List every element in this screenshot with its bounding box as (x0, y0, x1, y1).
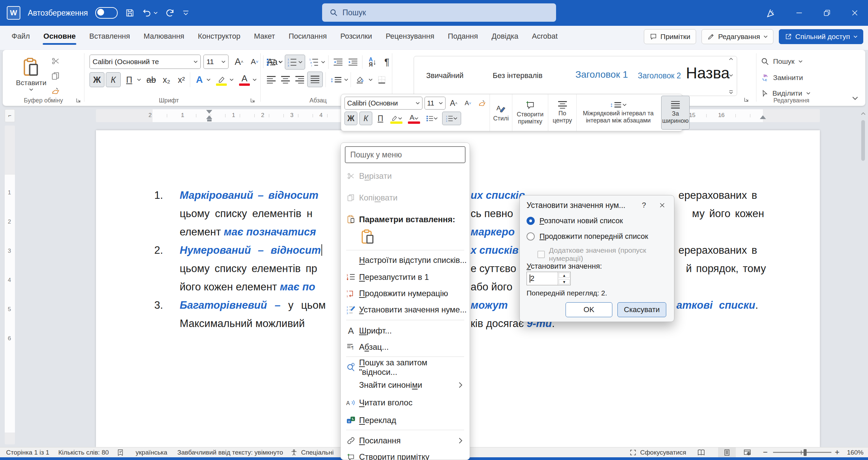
font-color-button[interactable]: A (237, 72, 252, 87)
autosave-toggle[interactable] (95, 7, 118, 19)
left-indent-marker[interactable] (207, 119, 212, 121)
menu-item-set-numbering-value[interactable]: 123 Установити значення нуме... (343, 302, 468, 318)
mini-shrink-font-button[interactable]: A˅ (462, 96, 474, 110)
show-formatting-marks-button[interactable]: ¶ (382, 55, 392, 69)
clipboard-dialog-launcher[interactable] (76, 98, 81, 103)
redo-button[interactable] (165, 8, 175, 18)
menu-item-adjust-list-indents[interactable]: Настроїти відступи списків... (343, 253, 468, 268)
menu-item-synonyms[interactable]: Знайти синоніми (343, 377, 468, 393)
style-heading1[interactable]: Заголовок 1 (575, 69, 628, 80)
line-spacing-button[interactable]: ↕ (328, 72, 343, 87)
mini-numbering-button[interactable]: 123 (442, 112, 461, 125)
vertical-ruler[interactable]: 1 2 3 4 5 6 (5, 126, 15, 444)
editing-mode-button[interactable]: Редагування (702, 29, 773, 44)
mini-styles-button[interactable]: A Стилі (490, 94, 512, 131)
spinner-up-button[interactable]: ▲ (559, 273, 570, 278)
mini-font-color-button[interactable]: A (406, 112, 422, 125)
hanging-indent-marker[interactable] (206, 115, 212, 119)
close-button[interactable] (850, 8, 860, 18)
mini-bold-button[interactable]: Ж (344, 112, 357, 125)
tab-mailings[interactable]: Розсилки (335, 28, 378, 44)
highlight-chevron[interactable] (229, 72, 235, 87)
focus-mode-icon[interactable] (629, 449, 637, 456)
mini-format-painter-button[interactable] (476, 96, 488, 110)
subscript-button[interactable]: x₂ (159, 72, 174, 87)
strikethrough-button[interactable]: ab (144, 72, 159, 87)
styles-scroll-up[interactable] (729, 58, 733, 60)
tab-review[interactable]: Рецензування (380, 28, 439, 44)
line-spacing-chevron[interactable] (343, 72, 349, 87)
text-effects-chevron[interactable] (205, 72, 212, 87)
menu-item-font[interactable]: A Шрифт... (343, 323, 468, 339)
superscript-button[interactable]: x² (174, 72, 189, 87)
search-box[interactable]: Пошук (322, 3, 556, 22)
radio-continue-previous-list[interactable]: Продовжити попередній список (527, 232, 648, 241)
mini-justify-button[interactable]: За шириною (660, 94, 691, 131)
copy-button[interactable] (49, 70, 62, 82)
proofing-icon[interactable] (117, 448, 124, 457)
menu-item-search-selection[interactable]: i Пошук за запитом "відноси... (343, 359, 468, 376)
tab-references[interactable]: Посилання (283, 28, 332, 44)
tab-acrobat[interactable]: Acrobat (527, 28, 563, 44)
predictive-typing-indicator[interactable]: Завбачливий ввід тексту: увімкнуто (177, 449, 283, 456)
zoom-slider-thumb[interactable] (804, 449, 807, 456)
mini-font-size-combo[interactable]: 11 (425, 97, 446, 110)
sort-button[interactable]: АЯ↓ (365, 55, 380, 69)
menu-item-continue-numbering[interactable]: 11 Продовжити нумерацію (343, 285, 468, 302)
underline-menu-chevron[interactable] (136, 72, 142, 87)
style-title[interactable]: Назва (686, 64, 730, 82)
borders-button[interactable] (374, 72, 389, 87)
mini-highlight-button[interactable] (389, 112, 404, 125)
mini-align-center-button[interactable]: По центру (548, 94, 576, 131)
find-button[interactable]: Пошук (761, 55, 825, 68)
scrollbar-thumb[interactable] (861, 120, 865, 161)
font-name-combo[interactable]: Calibri (Основний те (90, 55, 201, 69)
feedback-megaphone-icon[interactable] (766, 8, 776, 18)
dialog-close-button[interactable] (656, 199, 668, 211)
style-no-spacing[interactable]: Без інтервалів (493, 71, 542, 80)
mini-line-spacing-button[interactable]: ↕ Міжрядковий інтервал та інтервал між а… (576, 94, 660, 131)
menu-item-link[interactable]: Посилання (343, 433, 468, 449)
paste-keep-source-icon[interactable] (360, 229, 375, 245)
comments-button[interactable]: Примітки (644, 29, 696, 44)
undo-button[interactable] (142, 8, 158, 18)
quick-access-toolbar-menu-icon[interactable] (182, 10, 190, 16)
mini-italic-button[interactable]: К (359, 112, 372, 125)
tab-file[interactable]: Файл (6, 28, 35, 44)
bullets-chevron[interactable] (277, 55, 283, 69)
styles-gallery-more[interactable] (729, 90, 733, 94)
word-count[interactable]: Кількість слів: 80 (58, 449, 109, 456)
grow-font-button[interactable]: A˄ (232, 55, 246, 68)
styles-dialog-launcher[interactable] (744, 97, 749, 102)
align-right-button[interactable] (293, 72, 307, 87)
share-button[interactable]: Спільний доступ (779, 29, 863, 44)
italic-button[interactable]: К (106, 72, 121, 87)
collapse-ribbon-chevron[interactable] (849, 93, 861, 103)
spinner-value[interactable]: 2 (530, 274, 534, 283)
menu-item-restart-at-1[interactable]: 1 Перезапустити в 1 (343, 269, 468, 285)
web-layout-button[interactable] (743, 448, 751, 457)
value-spinner[interactable]: 2 ▲ ▼ (527, 272, 571, 285)
align-center-button[interactable] (279, 72, 292, 87)
menu-item-new-comment[interactable]: Створити примітку (343, 449, 468, 460)
justify-button[interactable] (307, 72, 323, 87)
numbering-button[interactable]: 123 (285, 55, 305, 70)
cancel-button[interactable]: Скасувати (617, 302, 666, 317)
page-indicator[interactable]: Сторінка 1 із 1 (6, 449, 49, 456)
bold-button[interactable]: Ж (90, 72, 104, 87)
focus-mode-label[interactable]: Сфокусуватися (640, 449, 686, 456)
align-left-button[interactable] (264, 72, 278, 87)
tab-insert[interactable]: Вставлення (84, 28, 135, 44)
word-logo-icon[interactable]: W (7, 6, 20, 20)
right-indent-marker[interactable] (760, 115, 766, 119)
print-layout-button[interactable] (718, 447, 736, 458)
zoom-level[interactable]: 160% (847, 449, 864, 456)
tab-help[interactable]: Довідка (486, 28, 524, 44)
format-painter-button[interactable] (49, 84, 62, 97)
decrease-indent-button[interactable] (331, 55, 345, 69)
style-heading2[interactable]: Заголовок 2 (638, 71, 681, 80)
mini-underline-button[interactable]: П (374, 112, 387, 125)
menu-item-paragraph[interactable]: ¶ Абзац... (343, 339, 468, 355)
font-dialog-launcher[interactable] (250, 98, 256, 103)
menu-item-translate[interactable]: aѣ Переклад (343, 412, 468, 428)
